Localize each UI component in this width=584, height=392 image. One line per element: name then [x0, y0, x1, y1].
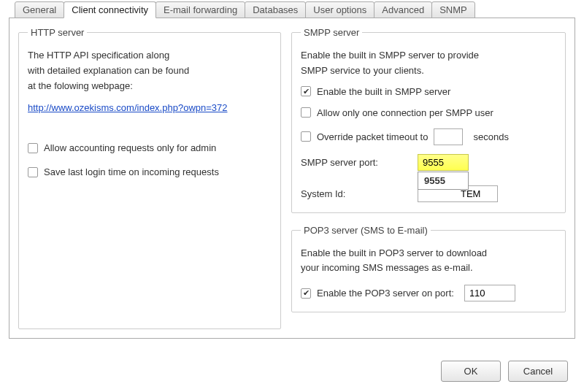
smpp-port-label: SMPP server port: — [301, 157, 410, 168]
smpp-one-conn-label: Allow only one connection per SMPP user — [317, 107, 493, 118]
tab-client-connectivity[interactable]: Client connectivity — [64, 1, 156, 18]
tab-snmp[interactable]: SNMP — [431, 1, 475, 18]
pop3-enable-checkbox[interactable] — [301, 288, 311, 299]
pop3-explain-line2: your incoming SMS messages as e-mail. — [301, 262, 473, 273]
smpp-server-group: SMPP server Enable the built in SMPP ser… — [291, 27, 566, 213]
smpp-port-input[interactable] — [418, 154, 469, 171]
system-id-label: System Id: — [301, 188, 410, 199]
http-explain-line3: at the folowing webpage: — [28, 80, 133, 91]
tab-email-forwarding[interactable]: E-mail forwarding — [155, 1, 245, 18]
tab-bar: General Client connectivity E-mail forwa… — [15, 1, 575, 18]
smpp-explain-text: Enable the built in SMPP server to provi… — [301, 48, 556, 79]
smpp-override-checkbox[interactable] — [301, 131, 311, 142]
pop3-enable-label: Enable the POP3 server on port: — [317, 288, 454, 299]
allow-admin-checkbox[interactable] — [28, 143, 38, 153]
cancel-button[interactable]: Cancel — [508, 361, 568, 382]
seconds-label: seconds — [473, 131, 508, 142]
http-server-legend: HTTP server — [28, 27, 87, 38]
pop3-explain-line1: Enable the built in POP3 server to downl… — [301, 247, 487, 258]
pop3-port-input[interactable] — [464, 285, 515, 301]
smpp-explain-line2: SMPP service to your clients. — [301, 65, 424, 76]
ok-button[interactable]: OK — [441, 361, 501, 382]
http-explain-line2: with detailed explanation can be found — [28, 65, 189, 76]
tab-user-options[interactable]: User options — [305, 1, 374, 18]
pop3-server-legend: POP3 server (SMS to E-mail) — [301, 225, 431, 236]
http-explain-line1: The HTTP API specification along — [28, 50, 169, 61]
smpp-timeout-input[interactable] — [434, 128, 463, 145]
tab-databases[interactable]: Databases — [245, 1, 306, 18]
smpp-enable-checkbox[interactable] — [301, 86, 311, 96]
http-server-group: HTTP server The HTTP API specification a… — [18, 27, 281, 329]
smpp-server-legend: SMPP server — [301, 27, 362, 38]
smpp-enable-label: Enable the built in SMPP server — [317, 86, 450, 97]
http-explain-text: The HTTP API specification along with de… — [28, 48, 272, 93]
tab-advanced[interactable]: Advanced — [374, 1, 432, 18]
save-last-login-label: Save last login time on incoming request… — [44, 166, 219, 177]
smpp-port-autocomplete[interactable]: 9555 — [418, 172, 469, 190]
http-api-link[interactable]: http://www.ozekisms.com/index.php?owpn=3… — [28, 102, 228, 113]
smpp-one-conn-checkbox[interactable] — [301, 107, 311, 118]
pop3-explain-text: Enable the built in POP3 server to downl… — [301, 246, 556, 277]
smpp-override-label: Override packet timeout to — [317, 131, 428, 142]
smpp-explain-line1: Enable the built in SMPP server to provi… — [301, 50, 479, 61]
pop3-server-group: POP3 server (SMS to E-mail) Enable the b… — [291, 225, 566, 313]
allow-admin-label: Allow accounting requests only for admin — [44, 142, 216, 153]
save-last-login-checkbox[interactable] — [28, 167, 38, 177]
tab-body: HTTP server The HTTP API specification a… — [9, 18, 575, 339]
tab-general[interactable]: General — [15, 1, 64, 18]
